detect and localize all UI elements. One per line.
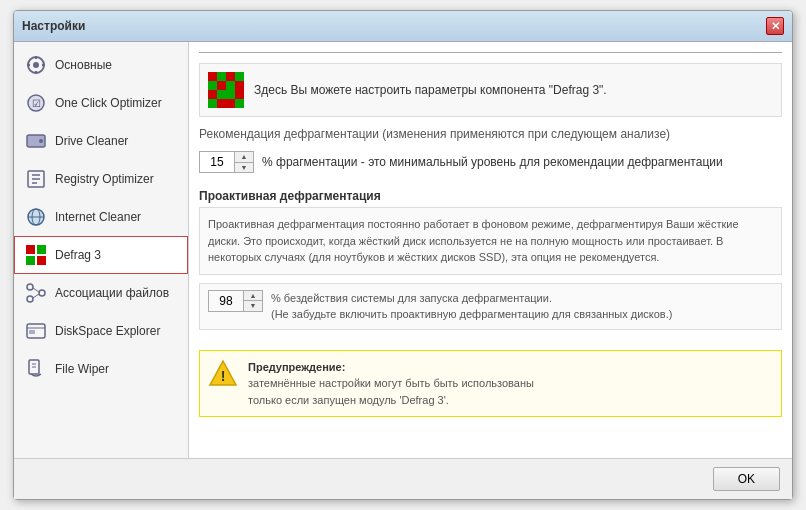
component-header: Здесь Вы можете настроить параметры комп… <box>199 63 782 117</box>
recommendation-up-arrow[interactable]: ▲ <box>235 152 253 163</box>
recommendation-title: Рекомендация дефрагментации (изменения п… <box>199 127 782 141</box>
svg-point-23 <box>27 296 33 302</box>
proactive-spinbox[interactable]: 98 ▲ ▼ <box>208 290 263 312</box>
sidebar-label-basic: Основные <box>55 58 112 72</box>
fileassoc-icon <box>25 282 47 304</box>
defrag-grid-icon <box>208 72 244 108</box>
sidebar-label-defrag3: Defrag 3 <box>55 248 101 262</box>
proactive-down-arrow[interactable]: ▼ <box>244 301 262 311</box>
sidebar-item-filewiper[interactable]: File Wiper <box>14 350 188 388</box>
recommendation-section: Рекомендация дефрагментации (изменения п… <box>199 127 782 177</box>
sidebar-label-registry: Registry Optimizer <box>55 172 154 186</box>
svg-text:☑: ☑ <box>32 98 41 109</box>
svg-rect-20 <box>37 256 46 265</box>
click-icon: ☑ <box>25 92 47 114</box>
svg-rect-17 <box>26 245 35 254</box>
recommendation-row: 15 ▲ ▼ % фрагментации - это минимальный … <box>199 147 782 177</box>
ok-button[interactable]: OK <box>713 467 780 491</box>
sidebar-item-file-assoc[interactable]: Ассоциации файлов <box>14 274 188 312</box>
filewiper-icon <box>25 358 47 380</box>
svg-line-25 <box>33 294 39 298</box>
sidebar-item-one-click[interactable]: ☑One Click Optimizer <box>14 84 188 122</box>
recommendation-spinbox[interactable]: 15 ▲ ▼ <box>199 151 254 173</box>
sidebar-label-filewiper: File Wiper <box>55 362 109 376</box>
sidebar-item-registry[interactable]: Registry Optimizer <box>14 160 188 198</box>
svg-rect-28 <box>29 330 35 334</box>
window-title: Настройки <box>22 19 85 33</box>
recommendation-desc: % фрагментации - это минимальный уровень… <box>262 155 723 169</box>
defrag-icon <box>25 244 47 266</box>
proactive-value[interactable]: 98 <box>209 291 244 311</box>
svg-point-9 <box>39 139 43 143</box>
proactive-desc-line2: (Не забудьте включить проактивную дефраг… <box>271 306 672 323</box>
svg-point-21 <box>27 284 33 290</box>
settings-window: Настройки ✕ Основные☑One Click Optimizer… <box>13 10 793 500</box>
recommendation-arrows: ▲ ▼ <box>235 152 253 172</box>
warning-text: Предупреждение: затемнённые настройки мо… <box>248 359 534 409</box>
svg-point-1 <box>33 62 39 68</box>
diskspace-icon <box>25 320 47 342</box>
warning-line1: затемнённые настройки могут быть быть ис… <box>248 377 534 389</box>
svg-rect-18 <box>37 245 46 254</box>
recommendation-down-arrow[interactable]: ▼ <box>235 163 253 173</box>
proactive-desc: Проактивная дефрагментация постоянно раб… <box>199 207 782 275</box>
warning-title: Предупреждение: <box>248 361 345 373</box>
proactive-spinbox-desc: % бездействия системы для запуска дефраг… <box>271 290 672 323</box>
content-area: Основные☑One Click OptimizerDrive Cleane… <box>14 42 792 458</box>
settings-icon <box>25 54 47 76</box>
drive-icon <box>25 130 47 152</box>
sidebar-label-drive-cleaner: Drive Cleaner <box>55 134 128 148</box>
title-bar: Настройки ✕ <box>14 11 792 42</box>
proactive-section: Проактивная дефрагментация Проактивная д… <box>199 189 782 330</box>
sidebar-item-internet-cleaner[interactable]: Internet Cleaner <box>14 198 188 236</box>
warning-icon: ! <box>208 359 238 389</box>
svg-line-24 <box>33 288 39 292</box>
footer: OK <box>14 458 792 499</box>
sidebar-item-basic[interactable]: Основные <box>14 46 188 84</box>
proactive-desc-line1: % бездействия системы для запуска дефраг… <box>271 290 672 307</box>
sidebar-item-diskspace[interactable]: DiskSpace Explorer <box>14 312 188 350</box>
internet-icon <box>25 206 47 228</box>
svg-text:!: ! <box>221 368 226 384</box>
sidebar-item-defrag3[interactable]: Defrag 3 <box>14 236 188 274</box>
warning-section: ! Предупреждение: затемнённые настройки … <box>199 350 782 418</box>
proactive-title: Проактивная дефрагментация <box>199 189 782 203</box>
registry-icon <box>25 168 47 190</box>
svg-rect-19 <box>26 256 35 265</box>
tab-bar <box>199 52 782 53</box>
sidebar-item-drive-cleaner[interactable]: Drive Cleaner <box>14 122 188 160</box>
warning-line2: только если запущен модуль 'Defrag 3'. <box>248 394 449 406</box>
proactive-spinbox-row: 98 ▲ ▼ % бездействия системы для запуска… <box>199 283 782 330</box>
proactive-arrows: ▲ ▼ <box>244 291 262 311</box>
main-panel: Здесь Вы можете настроить параметры комп… <box>189 42 792 458</box>
sidebar-label-diskspace: DiskSpace Explorer <box>55 324 160 338</box>
sidebar-label-file-assoc: Ассоциации файлов <box>55 286 169 300</box>
proactive-up-arrow[interactable]: ▲ <box>244 291 262 302</box>
component-desc: Здесь Вы можете настроить параметры комп… <box>254 83 607 97</box>
close-button[interactable]: ✕ <box>766 17 784 35</box>
sidebar-label-one-click: One Click Optimizer <box>55 96 162 110</box>
sidebar-label-internet-cleaner: Internet Cleaner <box>55 210 141 224</box>
sidebar: Основные☑One Click OptimizerDrive Cleane… <box>14 42 189 458</box>
svg-point-22 <box>39 290 45 296</box>
recommendation-value[interactable]: 15 <box>200 152 235 172</box>
